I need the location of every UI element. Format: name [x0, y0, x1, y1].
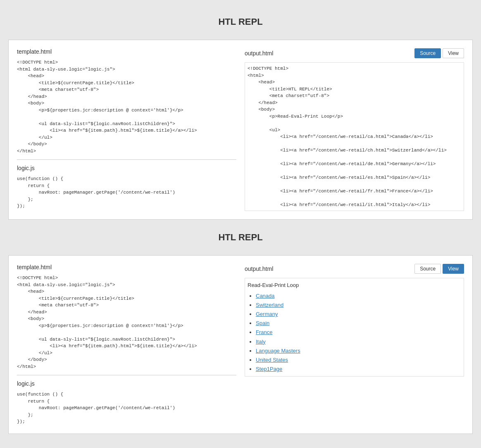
nav-link[interactable]: Spain — [256, 320, 269, 326]
output-panel-1: output.html Source View <!DOCTYPE html> … — [245, 48, 464, 211]
page-title-2: HTL REPL — [8, 232, 473, 243]
left-panel-1: template.html <!DOCTYPE html> <html data… — [17, 48, 236, 211]
output-header-1: output.html Source View — [245, 48, 464, 58]
tab-group-2: Source View — [414, 264, 464, 274]
template-title-2: template.html — [17, 264, 236, 270]
output-title-1: output.html — [245, 50, 273, 57]
left-panel-2: template.html <!DOCTYPE html> <html data… — [17, 264, 236, 425]
output-panel-2: output.html Source View Read-Eval-Print … — [245, 264, 464, 425]
list-item: France — [256, 328, 461, 337]
source-tab-2[interactable]: Source — [414, 264, 441, 274]
repl-container-1: template.html <!DOCTYPE html> <html data… — [8, 40, 473, 220]
list-item: Italy — [256, 337, 461, 346]
view-tab-1[interactable]: View — [443, 48, 464, 58]
view-links-list-2: CanadaSwitzerlandGermanySpainFranceItaly… — [248, 292, 461, 374]
nav-link[interactable]: France — [256, 329, 272, 335]
view-tab-2[interactable]: View — [443, 264, 464, 274]
list-item: Step1Page — [256, 365, 461, 374]
tab-group-1: Source View — [414, 48, 464, 58]
list-item: Switzerland — [256, 301, 461, 310]
list-item: Language Masters — [256, 346, 461, 356]
template-code-1: <!DOCTYPE html> <html data-sly-use.logic… — [17, 59, 236, 154]
list-item: Germany — [256, 310, 461, 319]
list-item: Canada — [256, 292, 461, 301]
output-code-1: <!DOCTYPE html> <html> <head> <title>HTL… — [248, 65, 461, 211]
nav-link[interactable]: Language Masters — [256, 348, 300, 354]
view-content-2: Read-Eval-Print Loop CanadaSwitzerlandGe… — [248, 281, 461, 374]
nav-link[interactable]: Switzerland — [256, 302, 283, 308]
template-code-2: <!DOCTYPE html> <html data-sly-use.logic… — [17, 275, 236, 370]
logic-code-1: use(function () { return { navRoot: page… — [17, 175, 236, 210]
source-tab-1[interactable]: Source — [414, 48, 441, 58]
output-view-area-2[interactable]: Read-Eval-Print Loop CanadaSwitzerlandGe… — [245, 278, 464, 377]
nav-link[interactable]: Germany — [256, 311, 278, 317]
nav-link[interactable]: United States — [256, 357, 288, 363]
logic-title-2: logic.js — [17, 380, 236, 387]
page-title-1: HTL REPL — [8, 17, 473, 27]
list-item: United States — [256, 356, 461, 365]
repl-container-2: template.html <!DOCTYPE html> <html data… — [8, 255, 473, 434]
nav-link[interactable]: Canada — [256, 293, 275, 299]
output-header-2: output.html Source View — [245, 264, 464, 274]
logic-title-1: logic.js — [17, 165, 236, 171]
view-description-2: Read-Eval-Print Loop — [248, 281, 461, 290]
nav-link[interactable]: Italy — [256, 339, 266, 345]
logic-code-2: use(function () { return { navRoot: page… — [17, 391, 236, 425]
output-title-2: output.html — [245, 265, 273, 272]
template-title-1: template.html — [17, 48, 236, 55]
output-code-area-1[interactable]: <!DOCTYPE html> <html> <head> <title>HTL… — [245, 62, 464, 211]
list-item: Spain — [256, 319, 461, 328]
nav-link[interactable]: Step1Page — [256, 366, 282, 372]
